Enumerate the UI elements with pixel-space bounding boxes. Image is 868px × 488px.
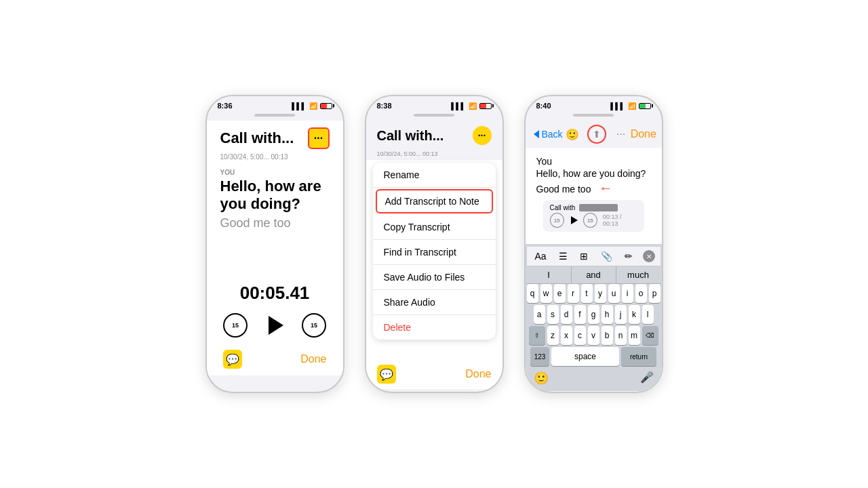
skip-back-btn[interactable]: 15 (223, 313, 248, 338)
status-bar-1: 8:36 ▌▌▌ 📶 (207, 96, 343, 113)
suggestion-and[interactable]: and (572, 266, 616, 283)
menu-item-share-audio[interactable]: Share Audio (373, 290, 496, 315)
key-f[interactable]: f (574, 305, 586, 324)
note-good-text: Good me too (536, 184, 591, 195)
screen3-content: Back 🙂 ⬆ ··· Done You Hello, how are you (526, 121, 662, 389)
audio-skip-back[interactable]: 15 (550, 213, 564, 228)
key-123[interactable]: 123 (530, 347, 549, 366)
skip-forward-label: 15 (311, 322, 317, 329)
suggestion-much[interactable]: much (616, 266, 660, 283)
menu-item-rename[interactable]: Rename (373, 163, 496, 188)
audio-player-title: Call with ████████ (550, 204, 637, 211)
chat-icon-2: 💬 (377, 365, 396, 384)
key-k[interactable]: k (629, 305, 640, 324)
done-btn-1[interactable]: Done (300, 353, 326, 365)
note-you-text: You (536, 156, 553, 167)
key-d[interactable]: d (561, 305, 572, 324)
key-return[interactable]: return (621, 347, 656, 366)
key-o[interactable]: o (635, 284, 647, 303)
status-bar-2: 8:38 ▌▌▌ 📶 (366, 96, 502, 113)
audio-play-btn[interactable] (570, 216, 578, 224)
key-c[interactable]: c (574, 326, 586, 345)
key-u[interactable]: u (608, 284, 620, 303)
signal-icon-3: ▌▌▌ (610, 102, 625, 110)
key-t[interactable]: t (581, 284, 593, 303)
done-btn-2[interactable]: Done (465, 368, 491, 380)
battery-icon-2 (479, 103, 492, 109)
emoji-row: 🙂 🎤 (527, 368, 660, 388)
key-g[interactable]: g (588, 305, 599, 324)
attachment-icon[interactable]: 📎 (598, 249, 615, 263)
more-icon-3[interactable]: ··· (612, 125, 631, 144)
key-delete[interactable]: ⌫ (642, 326, 658, 345)
list-icon[interactable]: ☰ (556, 249, 570, 263)
skip-back-label: 15 (232, 322, 239, 329)
share-icon-btn[interactable]: ⬆ (587, 125, 606, 144)
key-v[interactable]: v (588, 326, 599, 345)
key-b[interactable]: b (601, 326, 613, 345)
key-space[interactable]: space (551, 347, 619, 366)
key-q[interactable]: q (527, 284, 538, 303)
audio-skip-forward[interactable]: 15 (583, 213, 597, 228)
table-icon[interactable]: ⊞ (577, 249, 591, 263)
status-bar-3: 8:40 ▌▌▌ 📶 (526, 96, 662, 113)
key-x[interactable]: x (561, 326, 572, 345)
screen1-content: Call with... ··· 10/30/24, 5:00... 00:13… (207, 121, 343, 375)
toolbar-close-btn[interactable]: ✕ (643, 250, 655, 262)
font-size-icon[interactable]: Aa (532, 249, 549, 263)
back-btn[interactable]: Back (534, 129, 563, 140)
more-icon-2: ··· (478, 130, 486, 141)
emoji-btn[interactable]: 🙂 (534, 371, 549, 386)
menu-item-delete[interactable]: Delete (373, 315, 496, 340)
screen1-header: Call with... ··· (220, 127, 330, 149)
key-s[interactable]: s (547, 305, 559, 324)
more-button-2[interactable]: ··· (473, 126, 492, 145)
key-w[interactable]: w (540, 284, 552, 303)
status-icons-1: ▌▌▌ 📶 (292, 102, 332, 110)
key-j[interactable]: j (615, 305, 627, 324)
smiley-icon[interactable]: 🙂 (563, 125, 582, 144)
pencil-icon[interactable]: ✏ (622, 249, 635, 263)
you-label: YOU (220, 169, 330, 176)
key-shift[interactable]: ⇧ (529, 326, 545, 345)
key-n[interactable]: n (615, 326, 627, 345)
key-a[interactable]: a (534, 305, 545, 324)
note-line-you: You (536, 156, 651, 167)
screen3-topbar: Back 🙂 ⬆ ··· Done (526, 121, 662, 148)
key-r[interactable]: r (568, 284, 579, 303)
menu-item-copy-transcript[interactable]: Copy Transcript (373, 215, 496, 240)
controls-row: 15 15 (223, 312, 326, 339)
time-2: 8:38 (377, 102, 392, 110)
key-h[interactable]: h (601, 305, 613, 324)
note-line-good: Good me too ← (536, 180, 651, 196)
more-button-1[interactable]: ··· (308, 127, 330, 149)
mic-btn[interactable]: 🎤 (640, 371, 654, 386)
menu-item-add-transcript[interactable]: Add Transcript to Note (376, 189, 493, 214)
time-1: 8:36 (218, 102, 233, 110)
battery-fill-2 (480, 104, 487, 108)
handle-bar-1 (254, 114, 295, 117)
handle-bar-3 (573, 114, 614, 117)
screen2-title: Call with... (377, 128, 444, 144)
key-l[interactable]: l (642, 305, 654, 324)
wifi-icon: 📶 (309, 102, 317, 110)
signal-icon-2: ▌▌▌ (451, 102, 465, 110)
menu-item-find-transcript[interactable]: Find in Transcript (373, 240, 496, 265)
back-label: Back (542, 129, 563, 140)
wifi-icon-3: 📶 (628, 102, 636, 110)
key-p[interactable]: p (649, 284, 660, 303)
back-chevron-icon (534, 130, 539, 138)
screen2-bottom: 💬 Done (366, 359, 502, 389)
key-e[interactable]: e (554, 284, 566, 303)
key-m[interactable]: m (629, 326, 640, 345)
screen1-meta: 10/30/24, 5:00... 00:13 (220, 153, 330, 161)
skip-forward-btn[interactable]: 15 (302, 313, 326, 338)
key-i[interactable]: i (622, 284, 633, 303)
key-z[interactable]: z (547, 326, 559, 345)
suggestion-i[interactable]: I (527, 266, 572, 283)
play-btn[interactable] (261, 312, 288, 339)
menu-item-save-audio[interactable]: Save Audio to Files (373, 265, 496, 290)
done-btn-3[interactable]: Done (631, 128, 656, 140)
menu-find-transcript-label: Find in Transcript (384, 247, 456, 258)
key-y[interactable]: y (595, 284, 606, 303)
